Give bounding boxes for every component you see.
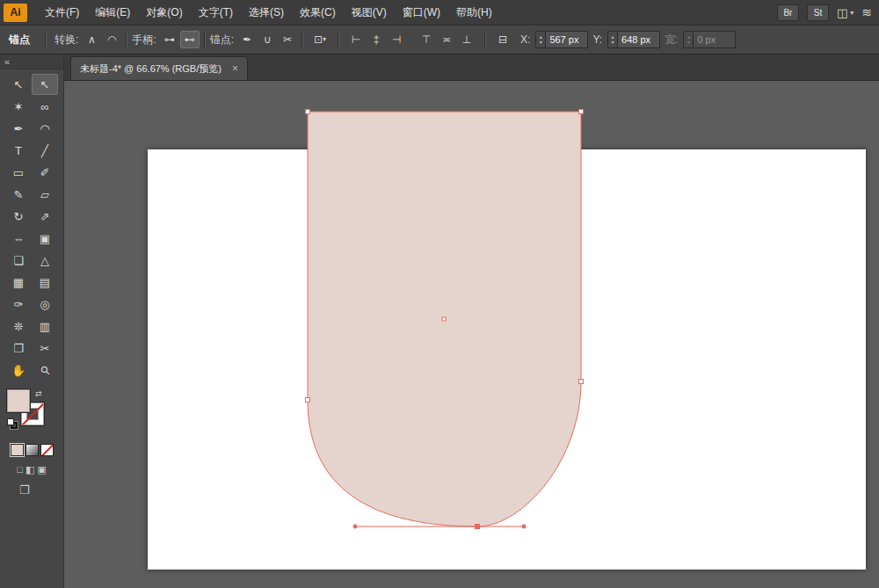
group-label: 手柄: bbox=[132, 33, 156, 47]
workspace-switcher[interactable]: ◫ ▾ bbox=[837, 7, 854, 18]
direct-selection-tool[interactable]: ↖ bbox=[32, 74, 58, 95]
menu-view[interactable]: 视图(V) bbox=[344, 1, 395, 25]
menu-file[interactable]: 文件(F) bbox=[37, 1, 87, 25]
document-tab-title: 未标题-4* @ 66.67% (RGB/预览) bbox=[80, 62, 222, 76]
show-handles-icon[interactable]: ⊶ bbox=[160, 31, 179, 48]
paintbrush-tool[interactable]: ✐ bbox=[32, 162, 58, 183]
lasso-tool[interactable]: ∞ bbox=[32, 96, 58, 117]
close-tab-icon[interactable]: × bbox=[232, 63, 238, 74]
mesh-tool[interactable]: ▦ bbox=[5, 272, 32, 293]
artboard-tool[interactable]: ❐ bbox=[5, 338, 32, 359]
connect-endpoints-icon[interactable]: ∪ bbox=[258, 31, 277, 48]
illustrator-window: Ai 文件(F)编辑(E)对象(O)文字(T)选择(S)效果(C)视图(V)窗口… bbox=[0, 0, 879, 588]
menu-type[interactable]: 文字(T) bbox=[191, 1, 241, 25]
collapse-panel-button[interactable]: « bbox=[4, 56, 10, 67]
symbol-sprayer-tool[interactable]: ❊ bbox=[5, 316, 32, 337]
align-vertical-bottom-icon[interactable]: ⊥ bbox=[457, 31, 476, 48]
x-label: X: bbox=[520, 33, 530, 46]
draw-normal-icon[interactable]: □ bbox=[17, 464, 23, 475]
stepper-down-icon: ▾ bbox=[536, 40, 545, 45]
separator bbox=[338, 31, 338, 48]
remove-anchor-icon[interactable]: ✒ bbox=[237, 31, 257, 48]
y-label: Y: bbox=[592, 33, 602, 46]
pen-tool[interactable]: ✒ bbox=[5, 118, 32, 139]
menu-help[interactable]: 帮助(H) bbox=[448, 1, 500, 25]
anchor-point[interactable] bbox=[579, 380, 584, 384]
handle-dot[interactable] bbox=[522, 525, 527, 529]
chevron-down-icon: ▾ bbox=[323, 36, 326, 43]
menu-edit[interactable]: 编辑(E) bbox=[87, 1, 138, 25]
free-transform-tool[interactable]: ▣ bbox=[32, 228, 58, 249]
anchor-point[interactable] bbox=[579, 110, 584, 114]
align-horizontal-center-icon[interactable]: ‡ bbox=[367, 31, 386, 48]
menu-list: 文件(F)编辑(E)对象(O)文字(T)选择(S)效果(C)视图(V)窗口(W)… bbox=[37, 1, 500, 25]
perspective-grid-tool[interactable]: △ bbox=[32, 250, 58, 271]
stock-button[interactable]: St bbox=[807, 4, 829, 21]
align-horizontal-left-icon[interactable]: ⊢ bbox=[346, 31, 366, 48]
selection-tool[interactable]: ↖ bbox=[5, 74, 32, 95]
draw-behind-icon[interactable]: ◧ bbox=[25, 464, 34, 475]
menu-object[interactable]: 对象(O) bbox=[138, 1, 190, 25]
scale-tool[interactable]: ⇗ bbox=[32, 206, 58, 227]
screen-mode-button[interactable]: ❐ bbox=[19, 483, 30, 497]
align-vertical-top-icon[interactable]: ⊤ bbox=[417, 31, 436, 48]
y-input[interactable] bbox=[618, 34, 659, 45]
pencil-tool[interactable]: ✎ bbox=[5, 184, 32, 205]
isolate-icon: ⊡ bbox=[314, 34, 323, 45]
menu-effect[interactable]: 效果(C) bbox=[292, 1, 344, 25]
anchor-point[interactable] bbox=[306, 398, 310, 403]
hand-tool[interactable]: ✋ bbox=[5, 359, 32, 381]
none-slash-icon bbox=[40, 444, 54, 456]
convert-to-corner-icon[interactable]: ∧ bbox=[82, 31, 101, 48]
swap-fill-stroke-icon[interactable]: ⇄ bbox=[35, 389, 42, 398]
handle-dot[interactable] bbox=[353, 525, 358, 529]
stepper-down-icon: ▾ bbox=[684, 40, 693, 45]
gradient-tool[interactable]: ▤ bbox=[32, 272, 58, 293]
draw-inside-icon[interactable]: ▣ bbox=[37, 464, 46, 475]
none-mode-button[interactable] bbox=[40, 444, 54, 456]
align-horizontal-right-icon[interactable]: ⊣ bbox=[387, 31, 406, 48]
artwork-overlay bbox=[64, 81, 879, 588]
x-input[interactable] bbox=[546, 34, 587, 45]
gesture-hand-icon[interactable]: ≋ bbox=[861, 5, 872, 19]
hide-handles-icon[interactable]: ⊷ bbox=[180, 31, 200, 48]
fill-swatch[interactable] bbox=[7, 389, 30, 412]
column-graph-tool[interactable]: ▥ bbox=[32, 316, 58, 337]
eyedropper-tool[interactable]: ✑ bbox=[5, 294, 32, 315]
chevron-down-icon: ▾ bbox=[850, 9, 854, 17]
default-fill-stroke-icon[interactable] bbox=[7, 418, 18, 429]
color-mode-button[interactable] bbox=[11, 444, 24, 456]
curvature-tool[interactable]: ◠ bbox=[32, 118, 58, 139]
blend-tool[interactable]: ◎ bbox=[32, 294, 58, 315]
rectangle-tool[interactable]: ▭ bbox=[5, 162, 32, 183]
gradient-mode-button[interactable] bbox=[25, 444, 39, 456]
convert-to-smooth-icon[interactable]: ◠ bbox=[102, 31, 121, 48]
screen-mode-row: ❐ bbox=[0, 483, 63, 497]
width-stepper: ▴▾ bbox=[684, 32, 694, 47]
magic-wand-tool[interactable]: ✶ bbox=[5, 96, 32, 117]
tool-panel-header: « bbox=[0, 54, 63, 69]
menu-window[interactable]: 窗口(W) bbox=[395, 1, 448, 25]
line-segment-tool[interactable]: ╱ bbox=[32, 140, 58, 161]
eraser-tool[interactable]: ▱ bbox=[32, 184, 58, 205]
x-stepper[interactable]: ▴▾ bbox=[536, 32, 546, 47]
tool-grid: ↖↖✶∞✒◠T╱▭✐✎▱↻⇗⇔▣❏△▦▤✑◎❊▥❐✂✋⚲ bbox=[0, 69, 63, 382]
canvas[interactable] bbox=[64, 81, 879, 588]
y-field-group: Y:▴▾ bbox=[592, 31, 660, 48]
menu-select[interactable]: 选择(S) bbox=[241, 1, 292, 25]
bridge-button[interactable]: Br bbox=[777, 4, 799, 21]
isolate-mode-button[interactable]: ⊡▾ bbox=[310, 31, 330, 48]
workspace-grid-icon: ◫ bbox=[837, 7, 847, 18]
anchor-point[interactable] bbox=[306, 110, 310, 114]
horizontal-align-group: ⊢‡⊣ bbox=[346, 31, 406, 48]
align-vertical-center-icon[interactable]: ≍ bbox=[437, 31, 456, 48]
rotate-tool[interactable]: ↻ bbox=[5, 206, 32, 227]
workspace: « ↖↖✶∞✒◠T╱▭✐✎▱↻⇗⇔▣❏△▦▤✑◎❊▥❐✂✋⚲ ⇄ bbox=[0, 54, 879, 588]
cut-path-icon[interactable]: ✂ bbox=[278, 31, 297, 48]
selected-anchor-point[interactable] bbox=[476, 525, 480, 529]
document-tab[interactable]: 未标题-4* @ 66.67% (RGB/预览) × bbox=[70, 56, 248, 80]
shape-builder-tool[interactable]: ❏ bbox=[5, 250, 32, 271]
y-stepper[interactable]: ▴▾ bbox=[608, 32, 618, 47]
width-tool[interactable]: ⇔ bbox=[5, 228, 32, 249]
type-tool[interactable]: T bbox=[5, 140, 32, 161]
